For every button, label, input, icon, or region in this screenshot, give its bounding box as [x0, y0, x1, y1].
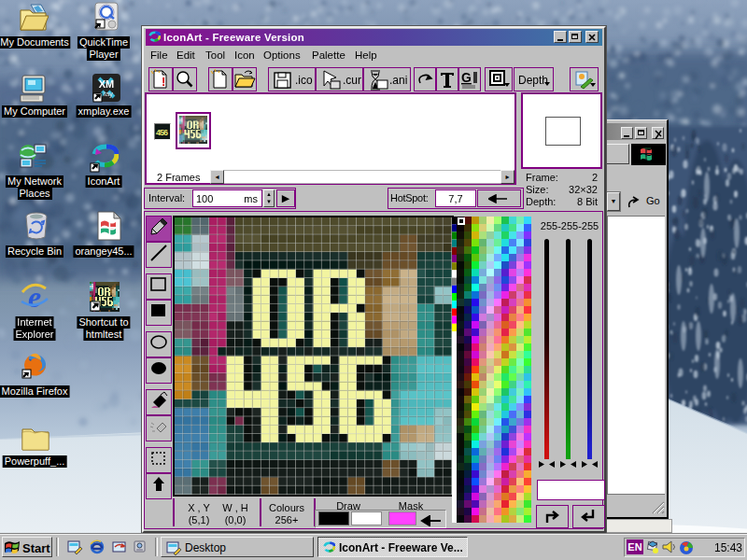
svg-text:XM: XM: [99, 78, 115, 90]
svg-text:G: G: [461, 70, 472, 85]
svg-text:!: !: [162, 75, 165, 89]
svg-text:lay: lay: [104, 90, 113, 98]
